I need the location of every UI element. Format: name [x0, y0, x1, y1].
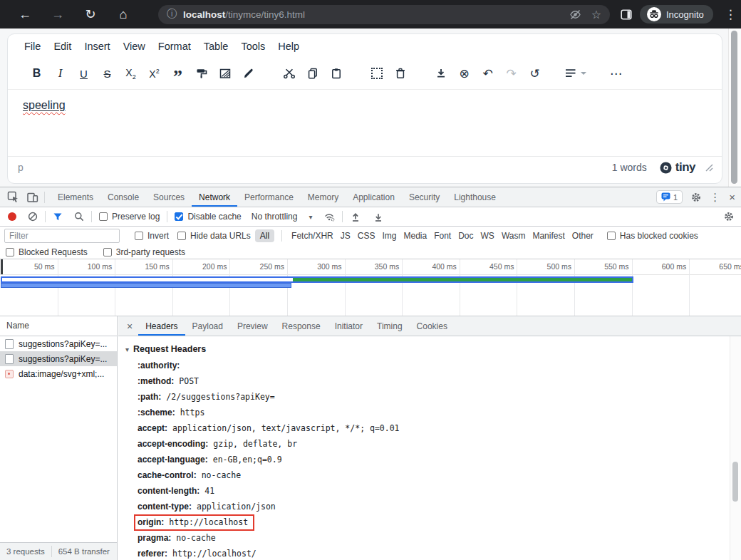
- menu-item-format[interactable]: Format: [152, 38, 197, 55]
- has-blocked-cookies-label[interactable]: Has blocked cookies: [620, 231, 698, 241]
- tab-performance[interactable]: Performance: [237, 188, 301, 207]
- chip-all[interactable]: All: [255, 229, 274, 242]
- tab-sources[interactable]: Sources: [146, 188, 192, 207]
- bookmark-star-icon[interactable]: ☆: [591, 8, 601, 21]
- devtools-settings-icon[interactable]: [691, 192, 701, 202]
- detail-scrollbar[interactable]: [730, 336, 741, 560]
- has-blocked-cookies-checkbox[interactable]: [607, 232, 616, 240]
- copy-button[interactable]: [301, 63, 324, 84]
- tracking-protection-icon[interactable]: [569, 9, 581, 20]
- search-icon[interactable]: [74, 212, 84, 222]
- subscript-button[interactable]: X2: [119, 63, 142, 84]
- invert-label[interactable]: Invert: [147, 231, 169, 241]
- chip-js[interactable]: JS: [337, 229, 354, 242]
- chip-fetch-xhr[interactable]: Fetch/XHR: [288, 229, 337, 242]
- permanent-pen-button[interactable]: [237, 63, 260, 84]
- invert-checkbox[interactable]: [135, 232, 143, 240]
- menu-item-view[interactable]: View: [117, 38, 152, 55]
- blocked-requests-checkbox[interactable]: [6, 248, 14, 256]
- select-all-button[interactable]: [365, 63, 388, 84]
- third-party-checkbox[interactable]: [103, 248, 112, 256]
- chip-ws[interactable]: WS: [477, 229, 498, 242]
- insert-image-button[interactable]: [213, 63, 237, 84]
- hide-data-urls-label[interactable]: Hide data URLs: [190, 231, 251, 241]
- side-panel-icon[interactable]: [621, 9, 632, 20]
- chip-doc[interactable]: Doc: [455, 229, 477, 242]
- import-har-icon[interactable]: [350, 212, 361, 222]
- detail-tab-cookies[interactable]: Cookies: [410, 317, 455, 336]
- hide-data-urls-checkbox[interactable]: [177, 232, 186, 240]
- cancel-button[interactable]: ⊗: [452, 63, 476, 84]
- network-settings-icon[interactable]: [724, 212, 734, 222]
- page-scrollbar[interactable]: [728, 28, 741, 187]
- reload-button[interactable]: ↻: [74, 0, 107, 28]
- table-row[interactable]: suggestions?apiKey=...: [0, 336, 117, 351]
- tab-lighthouse[interactable]: Lighthouse: [447, 188, 503, 207]
- detail-tab-payload[interactable]: Payload: [185, 317, 230, 336]
- detail-tab-initiator[interactable]: Initiator: [328, 317, 370, 336]
- menu-item-edit[interactable]: Edit: [47, 38, 78, 55]
- word-count[interactable]: 1 words: [612, 162, 647, 173]
- name-column-header[interactable]: Name: [0, 316, 117, 336]
- menu-item-file[interactable]: File: [18, 38, 47, 55]
- filter-input[interactable]: [4, 229, 120, 243]
- align-button[interactable]: [564, 63, 587, 84]
- detail-tab-headers[interactable]: Headers: [138, 317, 185, 336]
- forward-button[interactable]: →: [41, 0, 74, 28]
- redo-button[interactable]: ↷: [499, 63, 523, 84]
- menu-item-help[interactable]: Help: [271, 38, 306, 55]
- tiny-brand[interactable]: tiny: [675, 160, 695, 175]
- cut-button[interactable]: [277, 63, 301, 84]
- blocked-requests-label[interactable]: Blocked Requests: [19, 247, 88, 257]
- record-button[interactable]: [8, 212, 16, 221]
- more-toolbar-button[interactable]: ⋯: [604, 63, 628, 84]
- detail-scrollbar-thumb[interactable]: [732, 462, 738, 502]
- misspelled-word[interactable]: speeling: [23, 99, 66, 111]
- undo-button[interactable]: ↶: [476, 63, 499, 84]
- third-party-label[interactable]: 3rd-party requests: [116, 247, 185, 257]
- back-button[interactable]: ←: [9, 0, 41, 28]
- clear-icon[interactable]: [28, 212, 38, 222]
- chip-css[interactable]: CSS: [354, 229, 379, 242]
- tab-application[interactable]: Application: [346, 188, 402, 207]
- detail-close-icon[interactable]: ×: [118, 321, 138, 332]
- bold-button[interactable]: B: [25, 63, 48, 84]
- site-info-icon[interactable]: ⓘ: [167, 8, 177, 21]
- page-scrollbar-thumb[interactable]: [731, 31, 737, 184]
- menu-item-table[interactable]: Table: [197, 38, 235, 55]
- tab-network[interactable]: Network: [192, 188, 237, 207]
- strikethrough-button[interactable]: S: [95, 63, 119, 84]
- issues-badge[interactable]: 1: [656, 190, 683, 204]
- superscript-button[interactable]: X2: [142, 63, 166, 84]
- element-path[interactable]: p: [18, 162, 24, 173]
- detail-tab-preview[interactable]: Preview: [230, 317, 275, 336]
- tab-console[interactable]: Console: [100, 188, 146, 207]
- restore-draft-button[interactable]: ↺: [523, 63, 546, 84]
- table-row[interactable]: suggestions?apiKey=...: [0, 351, 117, 366]
- table-row[interactable]: data:image/svg+xml;...: [0, 366, 117, 381]
- chip-font[interactable]: Font: [430, 229, 455, 242]
- detail-tab-timing[interactable]: Timing: [370, 317, 410, 336]
- tab-memory[interactable]: Memory: [301, 188, 346, 207]
- devtools-menu-icon[interactable]: ⋮: [710, 191, 720, 204]
- chip-img[interactable]: Img: [378, 229, 400, 242]
- preserve-log-label[interactable]: Preserve log: [112, 212, 160, 222]
- tab-elements[interactable]: Elements: [51, 188, 100, 207]
- menu-item-tools[interactable]: Tools: [234, 38, 271, 55]
- export-button[interactable]: [429, 63, 452, 84]
- preserve-log-checkbox[interactable]: [99, 212, 108, 221]
- paste-button[interactable]: [324, 63, 348, 84]
- underline-button[interactable]: U: [72, 63, 95, 84]
- browser-menu-icon[interactable]: ⋮: [725, 7, 737, 22]
- filter-funnel-icon[interactable]: [53, 212, 63, 222]
- disable-cache-checkbox[interactable]: [175, 212, 183, 221]
- url-bar[interactable]: ⓘ localhost /tinymce/tiny6.html ☆: [158, 5, 610, 24]
- chip-wasm[interactable]: Wasm: [498, 229, 529, 242]
- disable-cache-label[interactable]: Disable cache: [187, 212, 241, 222]
- blockquote-button[interactable]: ”: [166, 63, 190, 84]
- editor-content[interactable]: speeling: [8, 89, 722, 156]
- chip-other[interactable]: Other: [569, 229, 597, 242]
- throttling-select[interactable]: No throttling ▾: [252, 212, 313, 222]
- delete-button[interactable]: [388, 63, 412, 84]
- menu-item-insert[interactable]: Insert: [78, 38, 116, 55]
